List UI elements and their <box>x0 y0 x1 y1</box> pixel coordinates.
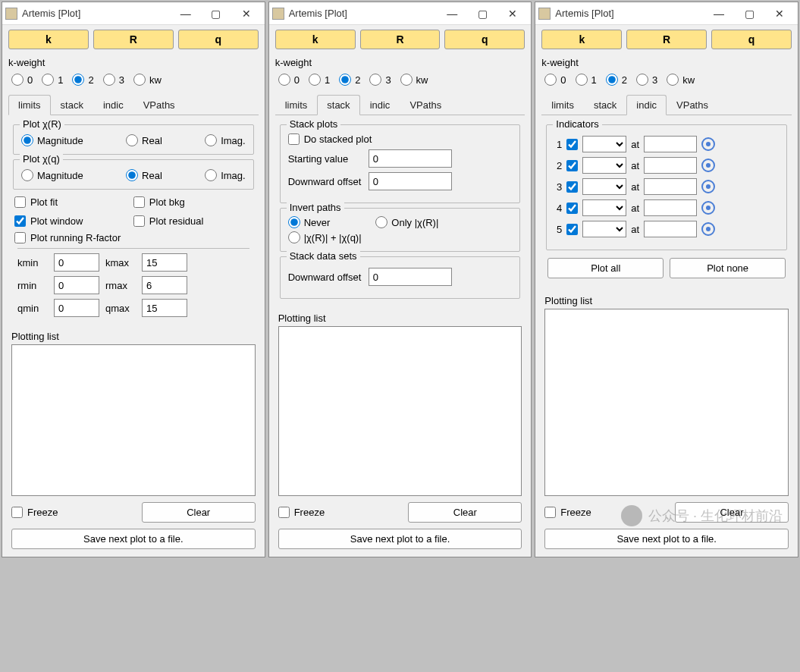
maximize-button[interactable]: ▢ <box>201 3 231 24</box>
clear-button[interactable]: Clear <box>142 502 256 523</box>
plot-all-button[interactable]: Plot all <box>547 258 664 278</box>
indicator-value-input[interactable] <box>644 136 697 152</box>
target-icon[interactable] <box>701 201 715 215</box>
indicator-value-input[interactable] <box>644 199 697 216</box>
indicator-space-select[interactable] <box>582 157 626 174</box>
chiR-magnitude[interactable]: Magnitude <box>21 134 83 146</box>
titlebar[interactable]: Artemis [Plot] — ▢ ✕ <box>2 2 265 25</box>
kweight-kw[interactable]: kw <box>133 74 162 86</box>
kweight-kw[interactable]: kw <box>400 74 428 86</box>
minimize-button[interactable]: — <box>171 3 201 24</box>
plot-bkg-check[interactable]: Plot bkg <box>133 196 253 208</box>
chiR-imag[interactable]: Imag. <box>205 134 246 146</box>
kmax-input[interactable] <box>142 253 187 272</box>
chiR-real[interactable]: Real <box>126 134 162 146</box>
qmax-input[interactable] <box>142 299 187 317</box>
tab-limits[interactable]: limits <box>541 95 584 115</box>
maximize-button[interactable]: ▢ <box>734 3 764 24</box>
close-button[interactable]: ✕ <box>497 3 528 24</box>
minimize-button[interactable]: — <box>704 3 734 24</box>
qmin-input[interactable] <box>54 299 99 317</box>
save-next-plot-button[interactable]: Save next plot to a file. <box>278 529 522 549</box>
indicator-enabled-check[interactable] <box>566 203 578 214</box>
do-stacked-plot-check[interactable]: Do stacked plot <box>288 133 513 145</box>
invert-both[interactable]: |χ(R)| + |χ(q)| <box>288 231 513 243</box>
indicator-value-input[interactable] <box>644 157 697 174</box>
tab-vpaths[interactable]: VPaths <box>133 95 185 115</box>
stack-data-downward-input[interactable] <box>369 268 452 286</box>
kweight-0[interactable]: 0 <box>11 74 33 86</box>
kweight-2[interactable]: 2 <box>339 74 360 86</box>
rmin-input[interactable] <box>54 276 99 294</box>
kweight-1[interactable]: 1 <box>309 74 330 86</box>
close-button[interactable]: ✕ <box>231 3 262 24</box>
tab-stack[interactable]: stack <box>584 95 626 115</box>
kweight-2[interactable]: 2 <box>72 74 93 86</box>
minimize-button[interactable]: — <box>437 3 467 24</box>
chiQ-real[interactable]: Real <box>126 169 162 181</box>
indicator-value-input[interactable] <box>644 178 697 195</box>
kweight-kw[interactable]: kw <box>667 74 695 86</box>
kweight-2[interactable]: 2 <box>606 74 627 86</box>
tab-indic[interactable]: indic <box>626 95 667 115</box>
indicator-space-select[interactable] <box>582 136 626 152</box>
indicator-enabled-check[interactable] <box>566 181 578 193</box>
kweight-3[interactable]: 3 <box>369 74 391 86</box>
indicator-value-input[interactable] <box>644 221 697 237</box>
plot-q-button[interactable]: q <box>178 30 259 49</box>
plot-R-button[interactable]: R <box>626 30 707 49</box>
invert-never[interactable]: Never <box>288 216 331 228</box>
save-next-plot-button[interactable]: Save next plot to a file. <box>544 529 789 549</box>
indicator-space-select[interactable] <box>582 199 626 216</box>
tab-stack[interactable]: stack <box>317 95 359 115</box>
indicator-space-select[interactable] <box>582 178 626 195</box>
plot-q-button[interactable]: q <box>444 30 525 49</box>
tab-indic[interactable]: indic <box>360 95 400 115</box>
kweight-3[interactable]: 3 <box>636 74 657 86</box>
target-icon[interactable] <box>701 159 715 172</box>
freeze-check[interactable]: Freeze <box>11 507 58 518</box>
plot-residual-check[interactable]: Plot residual <box>133 215 253 227</box>
plot-q-button[interactable]: q <box>711 30 792 49</box>
titlebar[interactable]: Artemis [Plot] — ▢ ✕ <box>535 2 798 25</box>
kweight-0[interactable]: 0 <box>278 74 300 86</box>
plot-R-button[interactable]: R <box>360 30 441 49</box>
starting-value-input[interactable] <box>369 149 452 168</box>
target-icon[interactable] <box>701 137 715 151</box>
plot-running-R-check[interactable]: Plot running R-factor <box>14 232 256 243</box>
chiQ-magnitude[interactable]: Magnitude <box>21 169 83 181</box>
tab-limits[interactable]: limits <box>275 95 318 115</box>
indicator-enabled-check[interactable] <box>566 160 578 171</box>
chiQ-imag[interactable]: Imag. <box>205 169 246 181</box>
clear-button[interactable]: Clear <box>675 502 789 523</box>
close-button[interactable]: ✕ <box>764 3 795 24</box>
clear-button[interactable]: Clear <box>408 502 522 523</box>
invert-only-chiR[interactable]: Only |χ(R)| <box>375 216 438 228</box>
plot-k-button[interactable]: k <box>8 30 89 49</box>
plot-fit-check[interactable]: Plot fit <box>14 196 133 208</box>
downward-offset-input[interactable] <box>369 172 452 190</box>
tab-vpaths[interactable]: VPaths <box>667 95 718 115</box>
tab-indic[interactable]: indic <box>93 95 133 115</box>
plot-k-button[interactable]: k <box>275 30 356 49</box>
plot-R-button[interactable]: R <box>93 30 174 49</box>
plotting-list[interactable] <box>278 326 522 496</box>
target-icon[interactable] <box>701 222 715 236</box>
plot-none-button[interactable]: Plot none <box>670 258 786 278</box>
rmax-input[interactable] <box>142 276 187 294</box>
plotting-list[interactable] <box>544 309 789 496</box>
kweight-1[interactable]: 1 <box>576 74 597 86</box>
indicator-enabled-check[interactable] <box>566 224 578 235</box>
tab-limits[interactable]: limits <box>8 95 51 115</box>
save-next-plot-button[interactable]: Save next plot to a file. <box>11 529 256 549</box>
plot-window-check[interactable]: Plot window <box>14 215 133 227</box>
indicator-space-select[interactable] <box>582 221 626 237</box>
titlebar[interactable]: Artemis [Plot] — ▢ ✕ <box>269 2 532 25</box>
plot-k-button[interactable]: k <box>541 30 622 49</box>
kweight-3[interactable]: 3 <box>103 74 124 86</box>
kweight-1[interactable]: 1 <box>42 74 63 86</box>
kmin-input[interactable] <box>54 253 99 272</box>
tab-vpaths[interactable]: VPaths <box>400 95 451 115</box>
maximize-button[interactable]: ▢ <box>467 3 497 24</box>
plotting-list[interactable] <box>11 344 256 496</box>
